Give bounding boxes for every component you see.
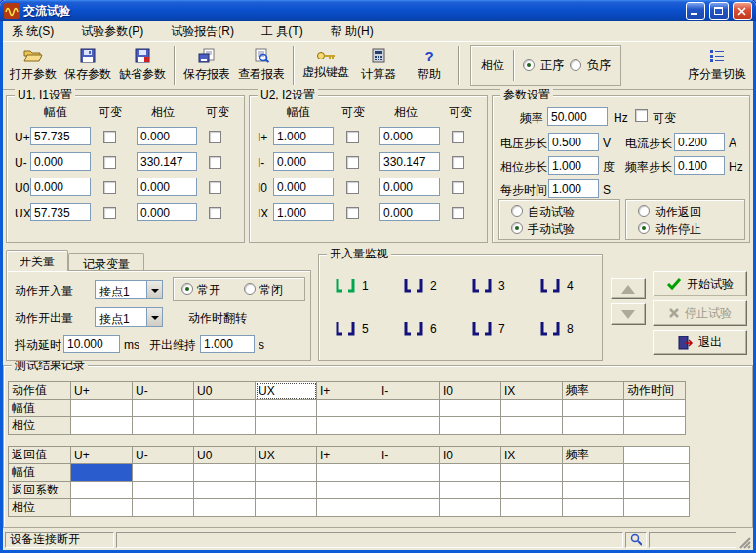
manual-test-radio[interactable]: [511, 222, 523, 234]
auto-test-radio[interactable]: [511, 205, 523, 217]
input-switch-1[interactable]: 1: [333, 276, 369, 296]
freq-step-input[interactable]: [674, 156, 725, 175]
i-minus-phase-variable-checkbox[interactable]: [452, 156, 464, 169]
u-x-amp-variable-checkbox[interactable]: [103, 207, 116, 219]
result-cell[interactable]: [501, 417, 563, 435]
result-cell[interactable]: [194, 499, 256, 517]
result-cell[interactable]: [194, 464, 256, 482]
minimize-button[interactable]: [686, 2, 705, 20]
input-switch-4[interactable]: 4: [537, 276, 574, 296]
menu-tools[interactable]: 工 具(T): [253, 21, 312, 42]
result-cell[interactable]: [133, 400, 194, 417]
result-cell[interactable]: [378, 482, 440, 499]
result-cell[interactable]: [194, 400, 256, 417]
negative-sequence-radio[interactable]: [570, 59, 581, 71]
input-switch-8[interactable]: 8: [537, 319, 574, 338]
output-hold-input[interactable]: [200, 335, 255, 353]
u-zero-phase-input[interactable]: [137, 178, 197, 196]
open-params-button[interactable]: 打开参数: [6, 44, 60, 87]
result-cell[interactable]: [378, 499, 440, 517]
result-cell[interactable]: [440, 482, 501, 499]
menu-system[interactable]: 系 统(S): [3, 21, 62, 42]
result-cell[interactable]: [317, 482, 378, 499]
i-plus-amplitude-input[interactable]: [273, 127, 334, 145]
i-zero-phase-input[interactable]: [379, 178, 440, 196]
result-cell[interactable]: [317, 464, 378, 482]
result-cell[interactable]: [256, 417, 317, 435]
result-cell[interactable]: [317, 499, 378, 517]
result-cell[interactable]: [563, 482, 624, 499]
i-zero-amplitude-input[interactable]: [273, 178, 334, 196]
u-plus-phase-variable-checkbox[interactable]: [209, 131, 221, 143]
chevron-down-icon[interactable]: [146, 308, 162, 326]
result-cell[interactable]: [256, 400, 317, 417]
i-x-phase-input[interactable]: [379, 203, 440, 221]
result-cell[interactable]: [440, 417, 501, 435]
column-header-focused[interactable]: UX: [256, 382, 317, 400]
u-plus-amp-variable-checkbox[interactable]: [103, 131, 116, 143]
result-cell[interactable]: [563, 464, 624, 482]
i-minus-phase-input[interactable]: [379, 152, 440, 171]
i-plus-amp-variable-checkbox[interactable]: [346, 131, 359, 143]
sequence-switch-button[interactable]: 序分量切换: [684, 44, 750, 87]
current-step-input[interactable]: [674, 133, 725, 151]
result-cell[interactable]: [563, 499, 624, 517]
input-switch-2[interactable]: 2: [401, 276, 437, 296]
u-plus-amplitude-input[interactable]: [30, 127, 91, 145]
menu-help[interactable]: 帮 助(H): [322, 21, 382, 42]
result-cell[interactable]: [501, 482, 563, 499]
resize-grip[interactable]: [738, 536, 751, 549]
result-cell[interactable]: [194, 417, 256, 435]
stop-test-button[interactable]: 停止试验: [653, 300, 747, 326]
input-switch-3[interactable]: 3: [469, 276, 505, 296]
i-x-amplitude-input[interactable]: [273, 203, 334, 221]
step-time-input[interactable]: [548, 179, 599, 198]
i-x-phase-variable-checkbox[interactable]: [452, 207, 464, 219]
normally-closed-radio[interactable]: [244, 283, 256, 295]
result-cell[interactable]: [256, 464, 317, 482]
result-cell[interactable]: [501, 499, 563, 517]
result-cell[interactable]: [501, 400, 563, 417]
result-cell[interactable]: [71, 499, 133, 517]
result-cell[interactable]: [256, 499, 317, 517]
u-plus-phase-input[interactable]: [137, 127, 197, 145]
calculator-button[interactable]: 计算器: [353, 44, 404, 87]
input-switch-7[interactable]: 7: [469, 319, 505, 338]
save-report-button[interactable]: 保存报表: [179, 44, 234, 87]
result-cell[interactable]: [624, 400, 686, 417]
result-cell[interactable]: [133, 482, 194, 499]
u-minus-amplitude-input[interactable]: [30, 152, 91, 171]
tab-switch-quantity[interactable]: 开关量: [6, 250, 68, 271]
result-cell[interactable]: [624, 417, 686, 435]
selected-cell[interactable]: [71, 464, 133, 482]
u-zero-amplitude-input[interactable]: [30, 178, 91, 196]
tab-record-variable[interactable]: 记录变量: [68, 253, 144, 271]
default-params-button[interactable]: 缺省参数: [115, 44, 170, 87]
result-cell[interactable]: [133, 464, 194, 482]
result-cell[interactable]: [317, 400, 378, 417]
debounce-delay-input[interactable]: [63, 335, 120, 353]
frequency-input[interactable]: [547, 107, 608, 126]
frequency-variable-checkbox[interactable]: [635, 109, 648, 122]
step-up-button[interactable]: [611, 278, 646, 299]
i-plus-phase-variable-checkbox[interactable]: [452, 131, 464, 143]
i-zero-phase-variable-checkbox[interactable]: [452, 181, 464, 194]
result-cell[interactable]: [317, 417, 378, 435]
magnifier-icon[interactable]: [630, 533, 642, 546]
result-cell[interactable]: [440, 464, 501, 482]
positive-sequence-radio[interactable]: [523, 59, 535, 71]
i-plus-phase-input[interactable]: [379, 127, 440, 145]
i-minus-amplitude-input[interactable]: [273, 152, 334, 171]
result-cell[interactable]: [133, 417, 194, 435]
result-cell[interactable]: [440, 400, 501, 417]
i-zero-amp-variable-checkbox[interactable]: [346, 181, 359, 194]
menu-test-params[interactable]: 试验参数(P): [72, 21, 152, 42]
action-output-select[interactable]: 接点1: [95, 307, 163, 327]
u-x-phase-input[interactable]: [137, 203, 197, 221]
u-minus-phase-variable-checkbox[interactable]: [209, 156, 221, 169]
step-down-button[interactable]: [611, 303, 646, 325]
i-x-amp-variable-checkbox[interactable]: [346, 207, 359, 219]
u-x-amplitude-input[interactable]: [30, 203, 91, 221]
view-report-button[interactable]: 查看报表: [234, 44, 289, 87]
result-cell[interactable]: [563, 400, 624, 417]
